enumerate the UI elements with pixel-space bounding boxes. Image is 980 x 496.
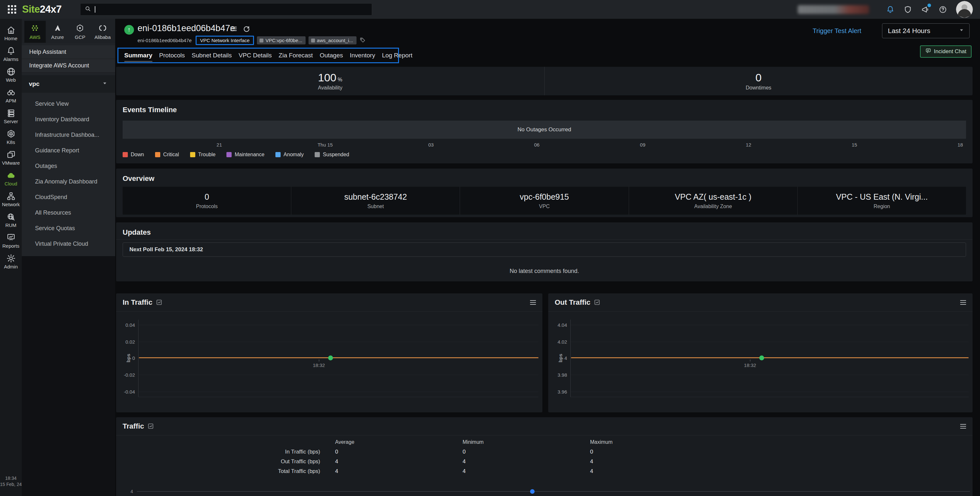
updates-title: Updates: [123, 228, 151, 237]
legend-swatch: [155, 152, 160, 157]
rail-item-home[interactable]: Home: [0, 23, 22, 43]
shield-icon[interactable]: [904, 5, 912, 14]
resource-chip[interactable]: VPC:vpc-6f0be...: [257, 36, 305, 44]
megaphone-icon[interactable]: [921, 5, 930, 14]
expand-chart-icon[interactable]: [593, 299, 600, 306]
sidebar-item-service-quotas[interactable]: Service Quotas: [22, 220, 115, 236]
user-avatar[interactable]: [956, 1, 973, 18]
apps-grid-icon[interactable]: [8, 5, 16, 14]
trigger-test-alert-link[interactable]: Trigger Test Alert: [813, 27, 861, 35]
rail-item-server[interactable]: Server: [0, 106, 22, 127]
sidebar-item-service-view[interactable]: Service View: [22, 96, 115, 111]
reports-icon: [6, 233, 16, 243]
monitor-type-chip[interactable]: VPC Network Interface: [196, 36, 255, 45]
sidebar-items: Service ViewInventory DashboardInfrastru…: [22, 93, 115, 256]
panel-menu-icon[interactable]: [530, 300, 536, 305]
panel-menu-icon[interactable]: [960, 300, 966, 305]
overview-item-protocols: 0Protocols: [123, 187, 291, 215]
chevron-down-icon: [102, 80, 108, 88]
alibaba-icon: [98, 24, 107, 33]
rail-item-network[interactable]: Network: [0, 189, 22, 209]
timeline-tick: 06: [534, 142, 540, 147]
tab-inventory[interactable]: Inventory: [350, 49, 375, 62]
next-poll-box: Next Poll Feb 15, 2024 18:32: [123, 242, 966, 257]
legend-swatch: [315, 152, 320, 157]
incident-chat-button[interactable]: Incident Chat: [920, 45, 972, 58]
vpc-dropdown[interactable]: vpc: [22, 75, 115, 93]
chat-icon: [925, 48, 931, 55]
sidebar-item-virtual-private-cloud[interactable]: Virtual Private Cloud: [22, 236, 115, 252]
rail-item-vmware[interactable]: VMware: [0, 147, 22, 168]
table-value: 0: [590, 447, 972, 457]
rail-item-k8s[interactable]: K8s: [0, 127, 22, 147]
y-axis-line: [570, 320, 571, 397]
site24x7-logo[interactable]: Site24x7: [22, 3, 62, 15]
tabs-row: SummaryProtocolsSubnet DetailsVPC Detail…: [115, 45, 980, 64]
out-traffic-series-line: [571, 357, 969, 358]
tab-log-report[interactable]: Log Report: [382, 49, 412, 62]
sidebar-item-inventory-dashboard[interactable]: Inventory Dashboard: [22, 111, 115, 127]
tab-outages[interactable]: Outages: [320, 49, 343, 62]
sidebar-item-all-resources[interactable]: All Resources: [22, 205, 115, 220]
monitor-id: eni-0186b1eed06b4b47e: [138, 38, 192, 43]
sidebar-item-infrastructure-dashboa[interactable]: Infrastructure Dashboa...: [22, 127, 115, 143]
monitor-title: eni-0186b1eed06b4b47e: [138, 23, 235, 33]
legend-swatch: [275, 152, 281, 157]
sidebar-item-outages[interactable]: Outages: [22, 158, 115, 174]
mini-chart-point: [530, 489, 535, 494]
tag-icon[interactable]: [360, 36, 366, 44]
rail-item-web[interactable]: Web: [0, 64, 22, 85]
traffic-table: AverageMinimumMaximumIn Traffic (bps)000…: [116, 437, 972, 476]
provider-tab-gcp[interactable]: GCP: [69, 21, 91, 43]
panel-menu-icon[interactable]: [960, 424, 966, 429]
tab-protocols[interactable]: Protocols: [159, 49, 185, 62]
sidebar-link-help-assistant[interactable]: Help Assistant: [22, 45, 115, 59]
sidebar-link-integrate-aws-account[interactable]: Integrate AWS Account: [22, 59, 115, 73]
legend-item-anomaly: Anomaly: [275, 152, 304, 158]
sidebar-item-cloudspend[interactable]: CloudSpend: [22, 189, 115, 205]
bell-icon: [6, 46, 16, 56]
table-value: 4: [463, 466, 590, 476]
help-icon[interactable]: [939, 5, 947, 14]
events-timeline-ticks: 21Thu 15030609121518: [123, 142, 966, 149]
notification-bell-icon[interactable]: [886, 5, 895, 14]
rail-item-cloud[interactable]: Cloud: [0, 168, 22, 189]
rail-item-admin[interactable]: Admin: [0, 251, 22, 272]
rail-item-rum[interactable]: RUM: [0, 209, 22, 230]
vmware-icon: [6, 149, 16, 160]
monitor-menu-icon[interactable]: [229, 25, 238, 34]
provider-tab-aws[interactable]: AWS: [24, 21, 46, 43]
data-point: [759, 355, 764, 360]
rail-item-alarms[interactable]: Alarms: [0, 43, 22, 64]
column-header-average: Average: [335, 437, 463, 447]
aws-icon: [30, 24, 39, 33]
time-range-select[interactable]: Last 24 Hours: [882, 23, 970, 38]
refresh-icon[interactable]: [242, 25, 251, 34]
tab-subnet-details[interactable]: Subnet Details: [192, 49, 232, 62]
legend-item-down: Down: [123, 152, 144, 158]
in-traffic-series-line: [139, 357, 538, 358]
provider-tab-alibaba[interactable]: Alibaba: [92, 21, 113, 43]
traffic-charts-row: In Traffic bps 0.040.020-0.02-0.04 18:32: [116, 293, 972, 412]
provider-tab-azure[interactable]: Azure: [47, 21, 68, 43]
sidebar-item-guidance-report[interactable]: Guidance Report: [22, 143, 115, 158]
home-icon: [6, 25, 16, 35]
global-search[interactable]: [80, 3, 372, 16]
search-input[interactable]: [97, 6, 368, 12]
y-axis-line: [138, 320, 138, 397]
resource-chip[interactable]: aws_account_i...: [309, 36, 356, 44]
row-label-in-traffic-bps: In Traffic (bps): [116, 447, 335, 457]
tab-zia-forecast[interactable]: Zia Forecast: [278, 49, 313, 62]
legend-item-critical: Critical: [155, 152, 179, 158]
availability-stat: 100% Availability: [116, 67, 544, 95]
table-value: 4: [335, 466, 463, 476]
rail-item-reports[interactable]: Reports: [0, 230, 22, 251]
rail-item-apm[interactable]: APM: [0, 85, 22, 106]
sidebar-item-zia-anomaly-dashboard[interactable]: Zia Anomaly Dashboard: [22, 174, 115, 189]
timeline-tick: 18: [958, 142, 963, 147]
tab-vpc-details[interactable]: VPC Details: [239, 49, 272, 62]
expand-chart-icon[interactable]: [147, 423, 154, 429]
server-icon: [6, 108, 16, 118]
expand-chart-icon[interactable]: [156, 299, 162, 306]
tab-summary[interactable]: Summary: [124, 49, 153, 62]
